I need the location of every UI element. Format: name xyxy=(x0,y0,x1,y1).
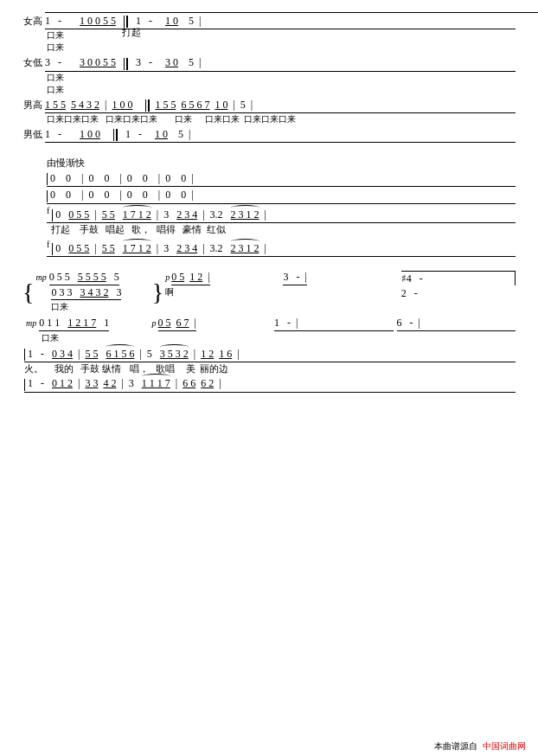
voice-label-tenor: 男高 xyxy=(22,99,45,112)
section2-row2: 0 0 | 0 0 | 0 0 | 0 0 | xyxy=(47,189,516,203)
section3-p-line1: 0 5 1 2 | xyxy=(171,271,209,285)
section2-row3-notation: f 0 0 5 5 | 5 5 1 7 1 2 | 3 2 3 4 | 3.2 … xyxy=(47,206,516,223)
section2-row3-lyrics: 打起 手鼓 唱起 歌， 唱得 豪情 红似 xyxy=(47,224,516,236)
footer-site: 中国词曲网 xyxy=(483,740,526,753)
alto-notation: 3 - 3 0 0 5 5 3 - 3 0 5 | xyxy=(45,56,516,71)
tempo-marking: 由慢渐快 xyxy=(47,157,516,170)
big-bracket-close: } xyxy=(152,279,163,306)
section3-sharp4: ♯4 - xyxy=(401,272,423,285)
section3-lyrics2: 口来 xyxy=(42,332,145,344)
dynamic-mp2: mp xyxy=(26,318,36,328)
dynamic-p1: p xyxy=(165,272,170,282)
section3-2-line: 2 - xyxy=(401,287,418,299)
dynamic-mp1: mp xyxy=(35,272,46,282)
daqi-text: 打起 xyxy=(122,26,141,39)
section3-3rd-col-line1: 3 - | xyxy=(283,271,306,285)
soprano-notation: 1 - 1 0 0 5 5 1 - 1 0 5 | xyxy=(45,15,516,29)
section3-p-line2: 0 5 6 7 | xyxy=(158,317,196,331)
dynamic-p2: p xyxy=(152,318,157,328)
section3-line2: 0 1 1 1 2 1 7 1 xyxy=(39,317,109,331)
voice-label-bass: 男低 xyxy=(22,128,45,141)
big-bracket-open: { xyxy=(22,280,34,304)
section3-lyrics-ah: 啊 xyxy=(165,286,279,298)
section3-melody2: 1 - 0 1 2 | 3 3 4 2 | 3 1 1 1 7 | 6 6 6 … xyxy=(24,377,516,392)
section3-line1-top: 0 5 5 5 5 5 5 5 xyxy=(49,271,119,285)
footer-text: 本曲谱源自 xyxy=(434,740,477,753)
section3-line1-bot: 0 3 3 3 4 3 2 3 xyxy=(51,286,121,300)
section2-row4-notation: f 0 0 5 5 | 5 5 1 7 1 2 | 3 2 3 4 | 3.2 … xyxy=(47,240,516,257)
tenor-notation: 1 5 5 5 4 3 2 | 1 0 0 1 5 5 6 5 6 7 1 0 … xyxy=(45,99,516,113)
voice-label-soprano: 女高 xyxy=(22,15,45,28)
section3-lyrics1: 口来 xyxy=(51,301,150,313)
section3-lyrics-line1: 火。 我的 手鼓 纵情 唱， 歌唱 美 丽的边 xyxy=(24,363,516,375)
section3-melody1: 1 - 0 3 4 | 5 5 6 1 5 6 | 5 3 5 3 2 | 1 … xyxy=(24,348,516,362)
section3-6: 6 - | xyxy=(397,317,516,331)
section3-3rd-col2: 1 - | xyxy=(274,317,394,331)
section2-row1: 0 0 | 0 0 | 0 0 | 0 0 | xyxy=(47,172,516,187)
footer: 本曲谱源自 中国词曲网 xyxy=(434,740,526,753)
voice-label-alto: 女低 xyxy=(22,56,45,69)
bass-notation: 1 - 1 0 0 1 - 1 0 5 | xyxy=(45,128,516,143)
